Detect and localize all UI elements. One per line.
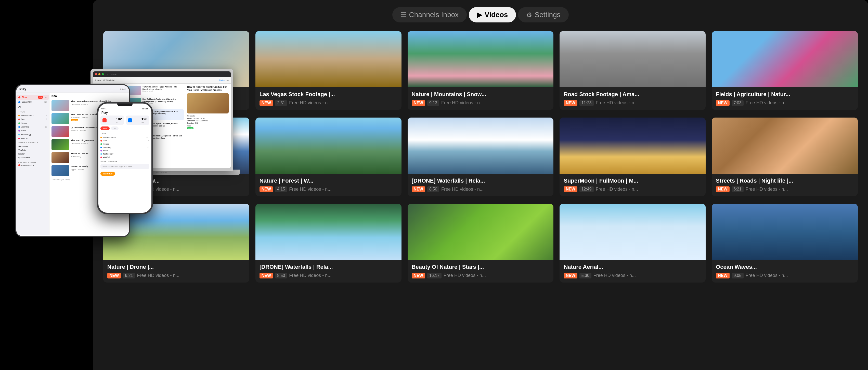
video-info-4: Fields | Agriculture | Natur... NEW 7:03… [712,87,858,110]
settings-button[interactable]: ⚙ Settings [518,7,568,23]
video-card-7[interactable]: [DRONE] Waterfalls | Rela... NEW 8:50 Fr… [408,118,554,196]
video-card-11[interactable]: [DRONE] Waterfalls | Rela... NEW 8:50 Fr… [255,204,402,282]
iphone-tag-technology[interactable]: Technology [100,152,149,156]
iphone-search-bar[interactable]: Search channels, tags, and more [100,164,149,169]
ipad-smart-streaming[interactable]: Streaming [16,144,49,148]
ipad-tag-dot-house [18,122,20,124]
macbook-toolbar: 0 New · 12 Watchlist Rating ••• [93,77,231,84]
ipad-left-panel: New 102 26 Watchlist 128 All Tags Entert… [16,93,50,235]
badge-new-2: NEW [412,100,425,106]
iphone-title: Play [101,111,108,115]
badge-duration-1: 2:51 [275,100,287,106]
ipad-smart-youtube-label: YouTube [18,149,26,151]
ipad-video-sub-4: Travel Vlog [71,155,91,158]
mac-close-dot[interactable] [95,73,97,75]
video-card-13[interactable]: Nature Aerial... NEW 5:30 Free HD videos… [560,204,706,282]
ipad-tag-house[interactable]: House [16,121,49,125]
video-title-3: Road Stock Footage | Ama... [564,91,702,98]
iphone-stat-icon-2 [128,118,132,122]
badge-new-4: NEW [716,100,729,106]
ipad-nav-new[interactable]: New 102 26 [16,95,49,100]
ipad-badge-26: 26 [45,96,47,98]
iphone-tab-all[interactable]: All [111,126,119,130]
video-meta-10: NEW 6:21 Free HD videos - n... [107,273,245,278]
video-info-3: Road Stock Footage | Ama... NEW 11:23 Fr… [560,87,706,110]
iphone-tag-wwdc[interactable]: WWDC [100,156,149,159]
iphone-stat-icon-1 [102,118,106,122]
ipad-title: Play [19,87,26,91]
badge-new-8: NEW [564,186,577,192]
ipad-tag-cars[interactable]: Cars 8 [16,117,49,121]
ipad-time: 09:41 [120,88,126,91]
ipad-header-icons: 09:41 [120,88,126,91]
ipad-nav-watchlist[interactable]: Watchlist 128 [16,100,49,104]
ipad-tag-dot-learning [18,126,20,128]
iphone-tab-new[interactable]: New [100,126,110,130]
ipad-nav-all[interactable]: All [16,104,49,110]
video-card-12[interactable]: Beauty Of Nature | Stars |... NEW 16:17 … [408,204,554,282]
badge-duration-14: 9:05 [732,273,744,278]
iphone-tag-music[interactable]: Music [100,149,149,152]
video-card-1[interactable]: Las Vegas Stock Footage |... NEW 2:51 Fr… [255,31,402,110]
macbook-list-item-0[interactable]: 7 Ways To Achieve Hygge At Home – The Da… [125,85,184,96]
ipad-video-text-3: The Map of Quantum... Domain of Science [71,139,96,150]
video-card-2[interactable]: Nature | Mountains | Snow... NEW 9:13 Fr… [408,31,554,110]
video-info-12: Beauty Of Nature | Stars |... NEW 16:17 … [408,260,554,282]
macbook-detail-tags: House [187,127,229,129]
iphone-stat-values-1: 102 26 [116,117,122,123]
iphone-tag-entertainment-label: Entertainment [103,136,116,138]
macbook-toolbar-info: 0 New · 12 Watchlist [95,79,115,81]
ipad-video-thumb-1 [52,113,69,124]
ipad-header: Play 09:41 [16,85,129,93]
iphone-stat-box-1[interactable]: 102 26 [100,116,124,125]
ipad-video-sub-3: Domain of Science [71,142,96,145]
list-icon: ☰ [401,11,406,19]
ipad-nav-new-label: New [22,96,27,99]
badge-new-1: NEW [259,100,273,106]
iphone-stat-sub-2: 33 [142,121,147,123]
video-channel-13: Free HD videos - n... [593,273,636,278]
video-card-8[interactable]: SuperMoon | FullMoon | M... NEW 12:49 Fr… [560,118,706,196]
videos-button[interactable]: ▶ Videos [469,7,516,23]
iphone-tag-learning[interactable]: Learning 27 [100,146,149,149]
ipad-tag-technology[interactable]: Technology [16,132,49,136]
ipad-smart-quickwatch[interactable]: Quick Watch [16,156,49,160]
ipad-tag-wwdc[interactable]: WWDC [16,136,49,140]
video-card-6[interactable]: Nature | Forest | W... NEW 4:15 Free HD … [255,118,402,196]
video-channel-9: Free HD videos - n... [746,187,788,192]
ipad-video-thumb-3 [52,139,69,150]
ipad-tag-music[interactable]: Music [16,129,49,132]
badge-duration-6: 4:15 [275,186,287,192]
badge-new-6: NEW [259,186,273,192]
iphone-stat-box-2[interactable]: 128 33 [126,116,149,125]
video-card-3[interactable]: Road Stock Footage | Ama... NEW 11:23 Fr… [560,31,706,110]
mac-minimize-dot[interactable] [98,73,100,75]
iphone-tag-learning-count: 27 [147,146,149,148]
iphone-tag-cars[interactable]: Cars 8 [100,139,149,142]
ipad-tag-entertainment[interactable]: Entertainment 12 [16,114,49,117]
ipad-smart-english[interactable]: English [16,152,49,156]
iphone-watched-label: Watched [103,173,113,175]
ipad-tag-label-music: Music [21,129,26,132]
video-card-9[interactable]: Streets | Roads | Night life |... NEW 6:… [712,118,858,196]
ipad-smart-english-label: English [18,153,25,155]
macbook-detail-panel: How To Pick The Right Furniture For Your… [185,84,231,168]
video-card-4[interactable]: Fields | Agriculture | Natur... NEW 7:03… [712,31,858,110]
ipad-tag-learning[interactable]: Learning 27 [16,125,49,129]
iphone-watched-badge[interactable]: Watched [100,172,115,176]
iphone-tag-wwdc-label: WWDC [103,156,110,158]
ipad-smart-youtube[interactable]: YouTube [16,148,49,152]
video-thumbnail-2 [408,31,554,87]
iphone-tag-house[interactable]: House [100,142,149,146]
video-info-7: [DRONE] Waterfalls | Rela... NEW 8:50 Fr… [408,174,554,196]
badge-new-9: NEW [716,186,729,192]
video-thumbnail-1 [255,31,402,87]
video-title-12: Beauty Of Nature | Stars |... [412,264,550,271]
ipad-channels-item[interactable]: Channels Inbox [18,164,47,166]
channels-inbox-button[interactable]: ☰ Channels Inbox [392,7,467,23]
video-card-14[interactable]: Ocean Waves... NEW 9:05 Free HD videos -… [712,204,858,282]
iphone-tag-entertainment[interactable]: Entertainment 12 › [100,136,149,139]
macbook-toolbar-rating-btn[interactable]: Rating [219,79,225,81]
macbook-toolbar-dots[interactable]: ••• [227,79,229,81]
mac-zoom-dot[interactable] [102,73,104,75]
